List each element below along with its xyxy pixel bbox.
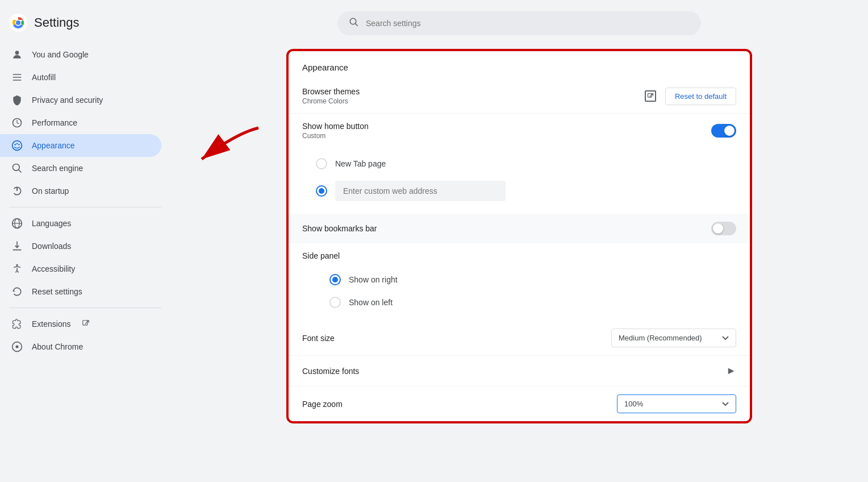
sidebar-label-you-and-google: You and Google [32, 50, 89, 59]
radio-show-on-left[interactable]: Show on left [329, 291, 736, 314]
browser-themes-sublabel: Chrome Colors [302, 97, 645, 105]
svg-point-10 [14, 144, 16, 146]
sidebar-item-extensions[interactable]: Extensions [0, 313, 161, 335]
palette-icon [11, 140, 23, 151]
shield-icon [11, 94, 23, 106]
sidebar-item-about-chrome[interactable]: About Chrome [0, 335, 161, 358]
section-title: Appearance [289, 51, 750, 79]
browser-themes-external-link[interactable] [645, 90, 656, 102]
reset-to-default-button[interactable]: Reset to default [665, 88, 736, 105]
sidebar-item-search-engine[interactable]: Search engine [0, 157, 161, 180]
radio-new-tab[interactable]: New Tab page [316, 152, 736, 175]
custom-web-address-input[interactable] [335, 181, 506, 201]
sidebar-label-extensions: Extensions [32, 319, 70, 329]
sidebar-label-privacy: Privacy and security [32, 95, 103, 105]
page-zoom-label: Page zoom [302, 400, 343, 409]
gauge-icon [11, 117, 23, 128]
side-panel-label: Side panel [302, 251, 340, 260]
side-panel-row: Side panel [289, 243, 750, 268]
sidebar-item-appearance[interactable]: Appearance [0, 134, 161, 157]
svg-point-25 [350, 18, 356, 24]
appearance-panel: Appearance Browser themes Chrome Colors … [286, 49, 752, 423]
side-panel-radio-group: Show on right Show on left [289, 268, 750, 321]
sidebar-item-accessibility[interactable]: Accessibility [0, 257, 161, 280]
sidebar-item-on-startup[interactable]: On startup [0, 180, 161, 202]
search-icon [11, 163, 23, 174]
sidebar-item-you-and-google[interactable]: You and Google [0, 43, 161, 66]
sidebar: Settings You and Google [0, 0, 170, 482]
puzzle-icon [11, 318, 23, 330]
radio-new-tab-circle [316, 158, 327, 169]
svg-point-5 [15, 51, 19, 55]
sidebar-item-reset-settings[interactable]: Reset settings [0, 280, 161, 303]
sidebar-header: Settings [0, 9, 170, 43]
globe-icon [11, 218, 23, 229]
bookmarks-bar-label-group: Show bookmarks bar [302, 224, 711, 233]
main-content: Appearance Browser themes Chrome Colors … [170, 0, 868, 482]
chrome-logo-icon [9, 14, 27, 32]
sidebar-item-languages[interactable]: Languages [0, 212, 161, 235]
sidebar-label-on-startup: On startup [32, 186, 69, 196]
search-icon [349, 17, 359, 30]
browser-themes-label-group: Browser themes Chrome Colors [302, 87, 645, 105]
sidebar-item-performance[interactable]: Performance [0, 111, 161, 134]
reset-icon [11, 286, 23, 297]
browser-themes-row: Browser themes Chrome Colors Reset to de… [289, 79, 750, 114]
person-icon [11, 49, 23, 60]
home-button-label: Show home button [302, 122, 711, 131]
chrome-icon [11, 341, 23, 352]
customize-fonts-label: Customize fonts [302, 367, 359, 376]
sidebar-label-reset-settings: Reset settings [32, 287, 82, 296]
svg-point-24 [16, 346, 19, 348]
svg-line-14 [19, 170, 22, 173]
radio-custom-address[interactable] [316, 175, 736, 207]
search-bar [337, 11, 701, 35]
home-button-toggle[interactable] [711, 124, 736, 138]
radio-custom-address-circle [316, 185, 327, 197]
svg-rect-6 [13, 74, 22, 75]
home-button-radio-group: New Tab page [289, 148, 750, 214]
sidebar-nav: You and Google Autofill [0, 43, 170, 358]
bookmarks-bar-toggle[interactable] [711, 222, 736, 235]
sidebar-item-autofill[interactable]: Autofill [0, 66, 161, 89]
home-button-sublabel: Custom [302, 132, 711, 140]
list-icon [11, 72, 23, 83]
sidebar-label-accessibility: Accessibility [32, 264, 75, 273]
sidebar-divider-1 [9, 207, 161, 207]
app-title: Settings [34, 15, 80, 30]
sidebar-divider-2 [9, 308, 161, 308]
radio-left-label: Show on left [349, 298, 393, 307]
home-button-label-group: Show home button Custom [302, 122, 711, 140]
svg-rect-8 [13, 80, 22, 81]
sidebar-label-languages: Languages [32, 219, 71, 228]
page-zoom-row: Page zoom 75% 90% 100% 110% 125% 150% 17… [289, 387, 750, 421]
font-size-label: Font size [302, 334, 335, 343]
radio-new-tab-label: New Tab page [335, 159, 386, 168]
sidebar-item-downloads[interactable]: Downloads [0, 235, 161, 257]
svg-rect-20 [13, 250, 22, 251]
font-size-select[interactable]: Small Medium (Recommended) Large Very La… [611, 329, 736, 347]
accessibility-icon [11, 263, 23, 275]
sidebar-label-about-chrome: About Chrome [32, 342, 83, 351]
download-icon [11, 240, 23, 252]
sidebar-item-privacy-and-security[interactable]: Privacy and security [0, 89, 161, 111]
sidebar-label-appearance: Appearance [32, 141, 75, 150]
radio-right-label: Show on right [349, 275, 398, 284]
page-zoom-select[interactable]: 75% 90% 100% 110% 125% 150% 175% 200% [617, 394, 736, 413]
search-input[interactable] [366, 19, 690, 28]
sidebar-label-downloads: Downloads [32, 242, 71, 251]
svg-point-21 [16, 264, 18, 266]
bookmarks-bar-label: Show bookmarks bar [302, 224, 711, 233]
show-bookmarks-bar-row: Show bookmarks bar [289, 214, 750, 243]
browser-themes-label: Browser themes [302, 87, 645, 96]
radio-show-on-right[interactable]: Show on right [329, 268, 736, 291]
svg-line-26 [356, 24, 358, 26]
customize-fonts-row[interactable]: Customize fonts ► [289, 356, 750, 387]
svg-point-4 [16, 20, 20, 25]
radio-left-circle [329, 297, 341, 308]
svg-point-12 [18, 144, 20, 146]
toggle-knob [724, 126, 735, 136]
show-home-button-row: Show home button Custom [289, 114, 750, 148]
sidebar-label-search-engine: Search engine [32, 164, 83, 173]
power-icon [11, 185, 23, 197]
